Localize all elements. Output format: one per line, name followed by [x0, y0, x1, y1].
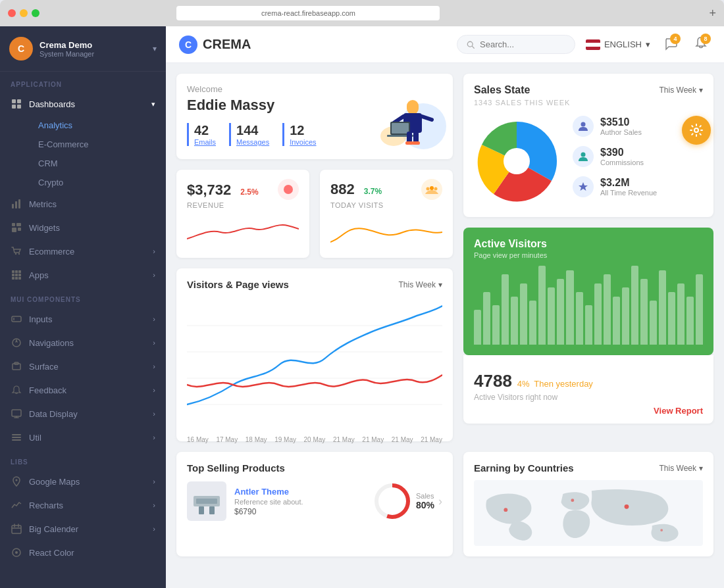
messages-button[interactable]: 4: [661, 34, 681, 56]
sidebar-item-metrics[interactable]: Metrics: [0, 192, 166, 216]
earning-week-btn[interactable]: This Week ▾: [659, 464, 703, 473]
revenue-icon-star: [573, 176, 594, 197]
all-time-amount: $3.2M: [600, 177, 657, 189]
sidebar-item-google-maps[interactable]: Google Maps ›: [0, 470, 166, 493]
x-label-4: 19 May: [274, 436, 296, 443]
grid-icon: [11, 98, 22, 110]
svg-rect-3: [17, 105, 21, 109]
language-selector[interactable]: ENGLISH ▾: [586, 39, 650, 50]
sidebar-item-dashboards-label: Dashboards: [29, 99, 75, 109]
settings-fab[interactable]: [682, 116, 711, 145]
new-tab-button[interactable]: +: [709, 7, 716, 20]
bar-item: [585, 305, 592, 345]
browser-dots: [8, 9, 39, 17]
sidebar-item-apps[interactable]: Apps ›: [0, 263, 166, 287]
all-time-info: $3.2M All Time Revenue: [600, 177, 657, 197]
emails-stat: 42 Emails: [187, 123, 216, 146]
sidebar-item-widgets[interactable]: Widgets: [0, 216, 166, 239]
sales-week-btn[interactable]: This Week ▾: [659, 86, 703, 95]
notifications-button[interactable]: 8: [691, 34, 711, 56]
app-logo: C CREMA: [179, 36, 251, 54]
commissions-amount: $390: [600, 147, 644, 159]
visits-icon: [421, 179, 442, 200]
visitors-week-btn[interactable]: This Week ▾: [399, 280, 442, 289]
sidebar-item-ecommerce-nav[interactable]: Ecommerce ›: [0, 239, 166, 263]
product-image: [187, 481, 226, 521]
stats-row: $3,732 2.5% REVENUE: [176, 170, 453, 258]
bar-item: [557, 279, 564, 345]
sidebar-item-surface[interactable]: Surface ›: [0, 355, 166, 378]
messages-count: 144: [236, 123, 269, 138]
topbar: C CREMA ENGLISH ▾ 4: [166, 26, 724, 63]
author-label: Author Sales: [600, 128, 642, 136]
sidebar-item-data-display-label: Data Display: [29, 409, 78, 419]
welcome-illustration: [361, 80, 440, 153]
svg-rect-17: [15, 274, 18, 276]
messages-label[interactable]: Messages: [236, 138, 269, 146]
search-box[interactable]: [457, 35, 575, 54]
sidebar-item-react-color[interactable]: React Color: [0, 541, 166, 564]
bar-item: [640, 279, 648, 345]
sidebar-item-ecommerce[interactable]: E-Commerce: [28, 135, 166, 154]
sidebar-item-feedback[interactable]: Feedback ›: [0, 378, 166, 402]
earning-header: Earning by Countries This Week ▾: [474, 462, 703, 474]
svg-point-75: [571, 499, 574, 502]
svg-point-58: [427, 187, 430, 191]
emails-count: 42: [194, 123, 216, 138]
search-input[interactable]: [480, 39, 565, 49]
svg-point-66: [581, 153, 586, 157]
bar-item: [659, 270, 666, 345]
arrow-icon[interactable]: ›: [438, 495, 442, 508]
sidebar-item-data-display[interactable]: Data Display ›: [0, 402, 166, 426]
sidebar-item-crm[interactable]: CRM: [28, 154, 166, 173]
sidebar-item-navigations[interactable]: Navigations ›: [0, 331, 166, 355]
sidebar-item-util[interactable]: Util ›: [0, 426, 166, 449]
world-map: [474, 480, 703, 546]
svg-rect-4: [12, 204, 14, 208]
close-dot[interactable]: [8, 9, 16, 17]
svg-point-65: [581, 122, 586, 127]
browser-chrome: crema-react.firebaseapp.com +: [0, 0, 724, 26]
sidebar: C Crema Demo System Manager ▾ APPLICATIO…: [0, 26, 166, 588]
emails-label[interactable]: Emails: [194, 138, 216, 146]
right-column: Sales State This Week ▾ 1343 SALES THIS …: [463, 74, 713, 441]
sidebar-item-dashboards[interactable]: Dashboards ▾: [0, 92, 166, 116]
x-label-7: 21 May: [362, 436, 384, 443]
sidebar-item-big-calendar[interactable]: Big Calender ›: [0, 517, 166, 541]
user-name: Crema Demo: [39, 40, 146, 50]
top-selling-title: Top Selling Products: [187, 462, 442, 474]
visitors-card: Visitors & Page views This Week ▾: [176, 268, 453, 441]
bar-item: [502, 274, 509, 345]
app-container: C Crema Demo System Manager ▾ APPLICATIO…: [0, 26, 724, 588]
chevron-down-icon: ▾: [438, 280, 442, 289]
chart-bar-icon: [11, 198, 22, 210]
minimize-dot[interactable]: [20, 9, 28, 17]
sidebar-header[interactable]: C Crema Demo System Manager ▾: [0, 26, 166, 72]
content-area: Welcome Eddie Massy 42 Emails 144 Messag…: [166, 63, 724, 588]
chevron-right-icon: ›: [153, 525, 155, 533]
sidebar-item-widgets-label: Widgets: [29, 223, 60, 233]
sidebar-item-util-label: Util: [29, 433, 41, 443]
sidebar-item-recharts-label: Recharts: [29, 501, 63, 510]
sidebar-item-inputs[interactable]: Inputs ›: [0, 307, 166, 331]
sidebar-item-inputs-label: Inputs: [29, 314, 52, 324]
sidebar-item-crypto[interactable]: Crypto: [28, 173, 166, 192]
sidebar-item-recharts[interactable]: Recharts ›: [0, 493, 166, 517]
messages-stat: 144 Messages: [229, 123, 269, 146]
color-icon: [11, 547, 22, 558]
commissions-label: Commissions: [600, 159, 644, 166]
sidebar-item-analytics[interactable]: Analytics: [28, 116, 166, 135]
visits-change: 3.7%: [364, 187, 382, 196]
product-name[interactable]: Antler Theme: [234, 487, 365, 497]
view-report-button[interactable]: View Report: [474, 406, 703, 416]
maximize-dot[interactable]: [32, 9, 39, 17]
chevron-right-icon: ›: [153, 410, 155, 418]
sidebar-item-metrics-label: Metrics: [29, 199, 57, 209]
sales-item-revenue: $3.2M All Time Revenue: [573, 176, 703, 197]
bar-item: [529, 301, 536, 345]
invoices-label[interactable]: Invoices: [290, 138, 316, 146]
svg-rect-6: [18, 199, 20, 208]
svg-rect-32: [12, 439, 21, 441]
active-visitors-card: Active Visitors Page view per minutes: [463, 228, 713, 355]
sidebar-item-feedback-label: Feedback: [29, 385, 66, 395]
